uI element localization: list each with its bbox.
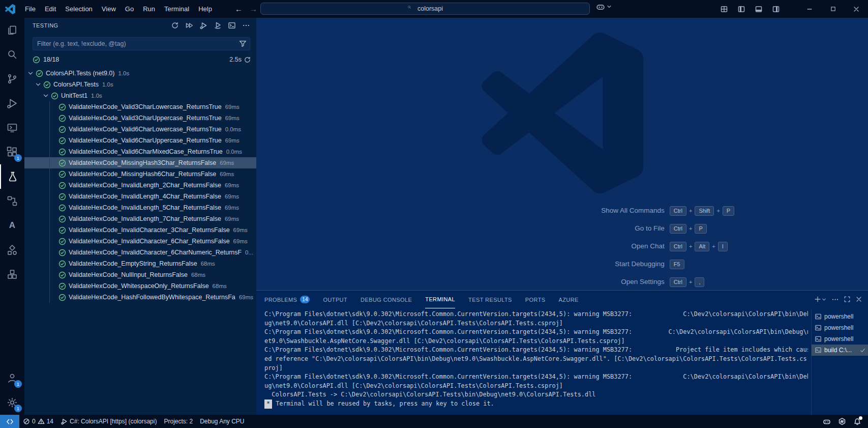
projects-status[interactable]: Projects: 2	[160, 415, 196, 428]
terminal-instance[interactable]: powershell	[812, 333, 868, 345]
menu-item[interactable]: Selection	[61, 3, 97, 15]
refresh-tests-button[interactable]	[169, 19, 181, 32]
panel-tab[interactable]: AZURE	[559, 291, 579, 308]
rerun-icon[interactable]	[244, 56, 251, 64]
menu-item[interactable]: View	[97, 3, 121, 15]
run-tests-with-coverage-button[interactable]	[212, 19, 224, 32]
terminal-instance[interactable]: powershell	[812, 322, 868, 333]
activity-resources[interactable]	[0, 238, 24, 262]
new-terminal-button[interactable]	[813, 294, 828, 305]
test-tree-row[interactable]: ValidateHexCode_InvalidCharacter_6Char_R…	[24, 236, 256, 247]
window-maximize-button[interactable]	[821, 0, 845, 18]
test-tree-row[interactable]: ValidateHexCode_EmptyString_ReturnsFalse…	[24, 258, 256, 269]
terminal-instance-label: powershell	[824, 313, 866, 320]
activity-search[interactable]	[0, 42, 24, 67]
debug-all-tests-button[interactable]	[197, 19, 209, 32]
run-all-tests-button[interactable]	[183, 19, 195, 32]
test-tree-row[interactable]: UnitTest1 1.0s	[24, 90, 256, 101]
toggle-primary-sidebar-button[interactable]	[733, 0, 750, 18]
toggle-secondary-sidebar-button[interactable]	[767, 0, 785, 18]
test-tree-row[interactable]: ValidateHexCode_InvalidLength_4Char_Retu…	[24, 191, 256, 202]
test-tree-row[interactable]: ValidateHexCode_Valid3CharUppercase_Retu…	[24, 112, 256, 124]
test-tree-row[interactable]: ValidateHexCode_WhitespaceOnly_ReturnsFa…	[24, 280, 256, 292]
activity-azure[interactable]: A	[0, 213, 24, 238]
panel-tab[interactable]: PROBLEMS 14	[264, 291, 310, 308]
panel-tab[interactable]: TEST RESULTS	[468, 291, 512, 308]
test-tree-row[interactable]: ValidateHexCode_InvalidCharacter_6CharNu…	[24, 247, 256, 258]
test-tree-row[interactable]: ValidateHexCode_Valid6CharUppercase_Retu…	[24, 135, 256, 146]
test-pass-icon	[57, 238, 67, 245]
toggle-panel-button[interactable]	[750, 0, 767, 18]
customize-layout-button[interactable]	[715, 0, 733, 18]
terminal-instance[interactable]: build C:\...	[812, 345, 868, 356]
chevron-down-icon	[606, 4, 612, 10]
chevron-down-icon[interactable]	[42, 92, 50, 99]
more-actions-button[interactable]	[240, 19, 252, 32]
test-tree-row[interactable]: ValidateHexCode_MissingHash3Char_Returns…	[24, 157, 256, 168]
activity-explorer[interactable]	[0, 18, 24, 42]
window-minimize-button[interactable]	[798, 0, 821, 18]
remote-indicator[interactable]	[0, 415, 19, 428]
activity-references[interactable]	[0, 189, 24, 213]
panel-tab[interactable]: TERMINAL	[425, 291, 455, 308]
back-arrow-icon[interactable]: ←	[235, 5, 243, 13]
menu-item[interactable]: Edit	[40, 3, 61, 15]
test-label: UnitTest1	[61, 92, 87, 99]
test-tree-row[interactable]: ValidateHexCode_Valid3CharLowercase_Retu…	[24, 101, 256, 112]
test-label: ValidateHexCode_HashFollowedByWhitespace…	[69, 294, 235, 301]
panel-more-actions-button[interactable]	[830, 294, 841, 305]
chevron-down-icon[interactable]	[26, 70, 35, 77]
test-tree-row[interactable]: ValidateHexCode_InvalidLength_2Char_Retu…	[24, 180, 256, 191]
panel-tab[interactable]: DEBUG CONSOLE	[361, 291, 412, 308]
activity-remote-explorer[interactable]	[0, 116, 24, 140]
accounts-button[interactable]: 1	[0, 366, 24, 390]
csharp-status-button[interactable]	[834, 415, 850, 428]
filter-funnel-icon[interactable]	[238, 39, 247, 48]
show-test-output-button[interactable]	[226, 19, 238, 32]
activity-run-and-debug[interactable]	[0, 91, 24, 116]
debug-target-status[interactable]: C#: ColorsAPI [https] (colorsapi)	[57, 415, 160, 428]
test-tree-row[interactable]: ValidateHexCode_NullInput_ReturnsFalse 6…	[24, 269, 256, 280]
menu-item[interactable]: Help	[194, 3, 217, 15]
accounts-badge: 1	[14, 380, 22, 388]
window-close-button[interactable]	[845, 0, 868, 18]
copilot-menu-button[interactable]	[596, 2, 612, 11]
test-tree-row[interactable]: ColorsAPI.Tests (net9.0) 1.0s	[24, 68, 256, 79]
test-filter-input[interactable]	[33, 37, 250, 50]
menu-item[interactable]: Run	[138, 3, 160, 15]
build-config-status[interactable]: Debug Any CPU	[196, 415, 248, 428]
test-label: ValidateHexCode_Valid6CharUppercase_Retu…	[69, 137, 222, 144]
command-center-search[interactable]: colorsapi	[260, 3, 590, 15]
settings-button[interactable]: 1	[0, 390, 24, 415]
panel-tab[interactable]: OUTPUT	[323, 291, 347, 308]
maximize-panel-button[interactable]	[842, 294, 852, 305]
key-chip: Ctrl	[670, 242, 686, 251]
activity-testing[interactable]	[0, 164, 24, 189]
problems-status[interactable]: 0 14	[19, 415, 57, 428]
chevron-down-icon[interactable]	[34, 81, 42, 88]
test-tree-row[interactable]: ValidateHexCode_InvalidLength_7Char_Retu…	[24, 213, 256, 224]
menu-item[interactable]: Go	[121, 3, 138, 15]
activity-containers[interactable]	[0, 262, 24, 287]
test-label: ValidateHexCode_Valid6CharMixedCase_Retu…	[69, 148, 223, 155]
menu-item[interactable]: Terminal	[160, 3, 194, 15]
test-tree-row[interactable]: ColorsAPI.Tests 1.0s	[24, 79, 256, 90]
terminal-output[interactable]: C:\Program Files\dotnet\sdk\9.0.302\Micr…	[264, 310, 808, 413]
activity-extensions[interactable]: 1	[0, 140, 24, 164]
test-tree-row[interactable]: ValidateHexCode_InvalidCharacter_3Char_R…	[24, 224, 256, 236]
activity-source-control[interactable]	[0, 67, 24, 91]
test-tree-row[interactable]: ValidateHexCode_MissingHash6Char_Returns…	[24, 168, 256, 180]
test-tree-row[interactable]: ValidateHexCode_InvalidLength_5Char_Retu…	[24, 202, 256, 213]
test-tree-row[interactable]: ValidateHexCode_Valid6CharMixedCase_Retu…	[24, 146, 256, 157]
menu-item[interactable]: File	[20, 3, 40, 15]
panel-tab[interactable]: PORTS	[525, 291, 546, 308]
test-tree-row[interactable]: ValidateHexCode_HashFollowedByWhitespace…	[24, 292, 256, 303]
test-tree-row[interactable]: ValidateHexCode_Valid6CharLowercase_Retu…	[24, 124, 256, 135]
forward-arrow-icon[interactable]: →	[250, 5, 257, 13]
terminal-instance[interactable]: powershell	[812, 311, 868, 322]
shortcut-label: Start Debugging	[349, 259, 665, 270]
close-panel-button[interactable]	[854, 294, 864, 305]
copilot-status-button[interactable]	[819, 415, 834, 428]
notifications-button[interactable]	[850, 415, 865, 428]
azure-icon: A	[9, 220, 15, 231]
